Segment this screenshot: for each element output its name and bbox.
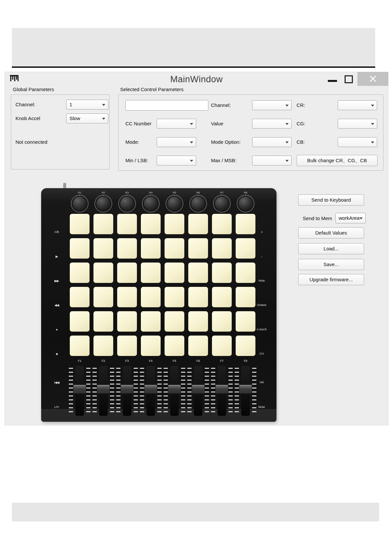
side-button-note[interactable] xyxy=(257,262,276,280)
bulk-change-button[interactable]: Bulk change CR、CG、CB xyxy=(297,155,378,166)
side-button-fast-forward[interactable] xyxy=(47,262,66,280)
pad-r2c4[interactable] xyxy=(141,238,161,259)
close-button[interactable] xyxy=(357,72,388,86)
pad-r5c2[interactable] xyxy=(93,311,113,332)
fader-f7[interactable] xyxy=(210,366,234,416)
pad-r1c5[interactable] xyxy=(165,214,184,234)
send-to-keyboard-button[interactable]: Send to Keyboard xyxy=(298,194,364,206)
pad-r6c1[interactable] xyxy=(70,336,90,356)
pad-r1c1[interactable] xyxy=(70,214,90,234)
pad-r1c3[interactable] xyxy=(117,214,137,234)
knob-r5[interactable]: R5 xyxy=(165,191,184,213)
pad-r4c6[interactable] xyxy=(188,287,208,307)
knob-r1[interactable]: R1 xyxy=(70,191,89,213)
pad-r2c3[interactable] xyxy=(117,238,137,259)
pad-r3c3[interactable] xyxy=(117,263,137,283)
pad-r3c6[interactable] xyxy=(188,263,208,283)
side-button-stop[interactable] xyxy=(47,335,66,353)
knob-r2[interactable]: R2 xyxy=(94,191,113,213)
value-combo[interactable] xyxy=(252,119,292,129)
side-button-mute[interactable] xyxy=(257,388,276,406)
global-channel-combo[interactable]: 1 xyxy=(66,100,108,110)
pad-r1c4[interactable] xyxy=(141,214,161,234)
pad-r2c5[interactable] xyxy=(165,238,184,259)
control-name-input[interactable] xyxy=(125,100,208,111)
fader-f5[interactable] xyxy=(163,366,186,416)
minimize-icon[interactable] xyxy=(328,80,337,82)
pad-r4c1[interactable] xyxy=(70,287,90,307)
knob-r7[interactable]: R7 xyxy=(212,191,231,213)
pad-r5c4[interactable] xyxy=(141,311,161,332)
mode-combo[interactable] xyxy=(157,137,196,147)
fader-f3[interactable] xyxy=(115,366,139,416)
pad-r6c7[interactable] xyxy=(212,336,232,356)
mode-option-combo[interactable] xyxy=(252,137,292,147)
pad-r6c5[interactable] xyxy=(165,336,184,356)
side-button-ab[interactable] xyxy=(47,213,66,231)
side-button-octave[interactable] xyxy=(257,286,276,304)
load-button[interactable]: Load... xyxy=(298,243,364,254)
cr-combo[interactable] xyxy=(338,100,377,110)
pad-r3c4[interactable] xyxy=(141,263,161,283)
side-button-ch[interactable] xyxy=(257,335,276,353)
pad-r6c4[interactable] xyxy=(141,336,161,356)
pad-r4c4[interactable] xyxy=(141,287,161,307)
pad-r5c6[interactable] xyxy=(188,311,208,332)
side-button-record[interactable] xyxy=(47,311,66,328)
fader-f4[interactable] xyxy=(139,366,163,416)
pad-r3c5[interactable] xyxy=(165,263,184,283)
fader-handle[interactable] xyxy=(144,385,157,393)
fader-f6[interactable] xyxy=(186,366,210,416)
save-button[interactable]: Save... xyxy=(298,259,364,270)
pad-r3c7[interactable] xyxy=(212,263,232,283)
side-button-lh[interactable] xyxy=(47,388,66,406)
pad-r6c2[interactable] xyxy=(93,336,113,356)
side-button-skip-to-start[interactable] xyxy=(47,364,66,381)
pad-r2c6[interactable] xyxy=(188,238,208,259)
fader-handle[interactable] xyxy=(121,385,133,393)
pad-r6c3[interactable] xyxy=(117,336,137,356)
fader-f1[interactable] xyxy=(68,366,91,416)
side-button-atouch[interactable] xyxy=(257,311,276,328)
pad-r2c1[interactable] xyxy=(70,238,90,259)
cb-combo[interactable] xyxy=(338,137,377,147)
pad-r4c5[interactable] xyxy=(165,287,184,307)
cc-number-combo[interactable] xyxy=(157,119,196,129)
pad-r2c7[interactable] xyxy=(212,238,232,259)
pad-r5c1[interactable] xyxy=(70,311,90,332)
pad-r1c6[interactable] xyxy=(188,214,208,234)
side-button-play[interactable] xyxy=(47,238,66,255)
max-msb-combo[interactable] xyxy=(252,156,292,165)
fader-handle[interactable] xyxy=(192,385,204,393)
pad-r5c5[interactable] xyxy=(165,311,184,332)
sel-channel-combo[interactable] xyxy=(252,100,292,110)
side-button-minus[interactable] xyxy=(257,238,276,255)
pad-r3c1[interactable] xyxy=(70,263,90,283)
knob-r6[interactable]: R6 xyxy=(189,191,208,213)
pad-r4c7[interactable] xyxy=(212,287,232,307)
send-to-mem-combo[interactable]: workArea xyxy=(335,213,366,223)
pad-r4c3[interactable] xyxy=(117,287,137,307)
knob-r8[interactable]: R8 xyxy=(236,191,255,213)
fader-f2[interactable] xyxy=(91,366,115,416)
knob-r4[interactable]: R4 xyxy=(141,191,160,213)
fader-handle[interactable] xyxy=(239,385,252,393)
pad-r2c2[interactable] xyxy=(93,238,113,259)
side-button-rewind[interactable] xyxy=(47,286,66,304)
upgrade-firmware-button[interactable]: Upgrade firmware... xyxy=(298,274,364,285)
side-button-vel[interactable] xyxy=(257,364,276,381)
maximize-icon[interactable] xyxy=(345,75,353,83)
knob-r3[interactable]: R3 xyxy=(118,191,137,213)
cg-combo[interactable] xyxy=(338,119,377,129)
min-lsb-combo[interactable] xyxy=(157,156,196,165)
fader-handle[interactable] xyxy=(97,385,110,393)
fader-handle[interactable] xyxy=(73,385,86,393)
fader-handle[interactable] xyxy=(168,385,181,393)
pad-r6c6[interactable] xyxy=(188,336,208,356)
pad-r3c2[interactable] xyxy=(93,263,113,283)
default-values-button[interactable]: Default Values xyxy=(298,227,364,239)
pad-r4c2[interactable] xyxy=(93,287,113,307)
pad-r5c3[interactable] xyxy=(117,311,137,332)
fader-handle[interactable] xyxy=(216,385,228,393)
pad-r1c2[interactable] xyxy=(93,214,113,234)
